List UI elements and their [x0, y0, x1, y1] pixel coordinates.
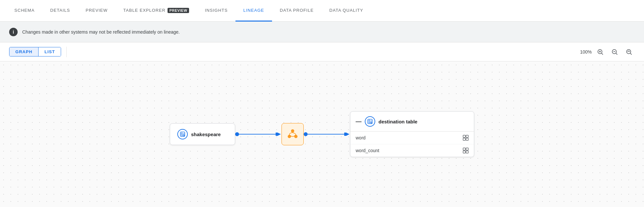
source-node-icon — [177, 129, 188, 139]
tab-schema-label: SCHEMA — [14, 8, 35, 13]
svg-line-3 — [602, 53, 603, 55]
connector-2 — [304, 132, 350, 136]
zoom-out-icon — [611, 48, 618, 56]
zoom-out-button[interactable] — [609, 46, 620, 58]
field-word-label: word — [356, 135, 365, 140]
tab-lineage[interactable]: LINEAGE — [235, 0, 272, 22]
svg-point-16 — [294, 135, 298, 138]
destination-node-label: destination table — [378, 119, 417, 124]
view-toggle-group: GRAPH LIST — [9, 47, 61, 56]
destination-node[interactable]: — destination table word — [350, 111, 474, 157]
tab-data-quality[interactable]: DATA QUALITY — [322, 0, 371, 22]
zoom-percent: 100% — [577, 49, 592, 55]
svg-rect-27 — [463, 138, 465, 140]
tab-insights[interactable]: INSIGHTS — [197, 0, 235, 22]
table-link-icon-count — [463, 148, 469, 153]
graph-button[interactable]: GRAPH — [9, 47, 39, 56]
zoom-in-button[interactable] — [594, 46, 606, 58]
tab-schema[interactable]: SCHEMA — [7, 0, 42, 22]
svg-rect-29 — [463, 148, 465, 150]
connector-1 — [235, 132, 282, 136]
tab-data-profile[interactable]: DATA PROFILE — [272, 0, 322, 22]
tab-details-label: DETAILS — [50, 8, 70, 13]
tab-details[interactable]: DETAILS — [42, 0, 78, 22]
zoom-controls: 100% — [577, 46, 635, 58]
connector-dot-1 — [235, 132, 239, 136]
tab-table-explorer[interactable]: TABLE EXPLORER PREVIEW — [116, 0, 197, 22]
tab-table-explorer-label: TABLE EXPLORER — [123, 8, 166, 13]
svg-point-17 — [288, 135, 291, 138]
svg-rect-30 — [466, 148, 468, 150]
tab-data-profile-label: DATA PROFILE — [280, 8, 314, 13]
field-row-word[interactable]: word — [350, 132, 474, 144]
tab-data-quality-label: DATA QUALITY — [330, 8, 363, 13]
arrow-line-1 — [239, 133, 282, 136]
dest-table-icon — [367, 119, 373, 124]
lineage-graph: shakespeare — [170, 111, 474, 157]
zoom-reset-button[interactable] — [623, 46, 635, 58]
svg-rect-28 — [466, 138, 468, 140]
svg-point-7 — [627, 49, 631, 54]
tab-table-explorer-badge: PREVIEW — [168, 8, 189, 13]
svg-point-12 — [183, 135, 185, 136]
destination-node-header: — destination table — [350, 112, 474, 132]
tab-lineage-label: LINEAGE — [243, 8, 264, 13]
dest-node-icon — [365, 116, 375, 127]
zoom-reset-icon — [625, 48, 633, 56]
info-icon: i — [9, 28, 18, 36]
tab-bar: SCHEMA DETAILS PREVIEW TABLE EXPLORER PR… — [0, 0, 644, 22]
info-banner: i Changes made in other systems may not … — [0, 22, 644, 42]
table-search-icon — [180, 131, 185, 137]
arrow-line-2 — [308, 133, 350, 136]
field-word-count-icon — [463, 148, 469, 153]
field-row-word-count[interactable]: word_count — [350, 144, 474, 157]
svg-line-6 — [616, 53, 617, 55]
canvas-area[interactable]: shakespeare — [0, 61, 644, 207]
tab-preview-label: PREVIEW — [86, 8, 107, 13]
source-node[interactable]: shakespeare — [170, 123, 235, 145]
dest-dash-icon: — — [356, 118, 362, 125]
view-controls: GRAPH LIST 100% — [0, 42, 644, 61]
tab-preview[interactable]: PREVIEW — [78, 0, 115, 22]
list-button[interactable]: LIST — [39, 47, 61, 56]
field-word-icon — [463, 135, 469, 141]
banner-text: Changes made in other systems may not be… — [22, 29, 180, 35]
connector-dot-2 — [304, 132, 308, 136]
source-node-label: shakespeare — [191, 132, 221, 137]
table-link-icon-word — [463, 135, 469, 141]
svg-point-23 — [370, 122, 372, 123]
svg-rect-32 — [466, 151, 468, 153]
svg-rect-25 — [463, 135, 465, 137]
zoom-in-icon — [597, 48, 604, 56]
transform-node[interactable] — [282, 123, 304, 145]
field-word-count-label: word_count — [356, 148, 379, 153]
svg-rect-31 — [463, 151, 465, 153]
tab-insights-label: INSIGHTS — [205, 8, 228, 13]
svg-rect-26 — [466, 135, 468, 137]
svg-point-15 — [291, 129, 294, 133]
transform-icon — [287, 128, 298, 140]
controls-divider — [66, 47, 67, 57]
